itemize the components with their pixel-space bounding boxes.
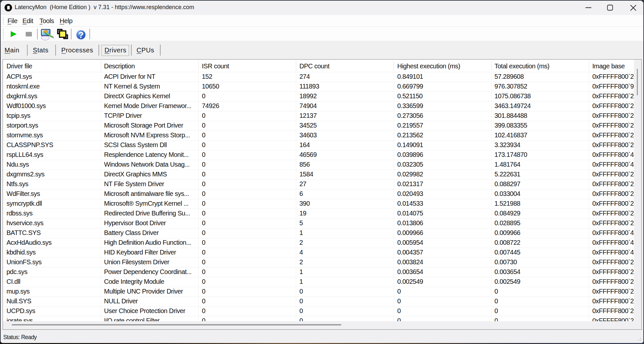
svg-text:?: ? bbox=[78, 30, 84, 40]
